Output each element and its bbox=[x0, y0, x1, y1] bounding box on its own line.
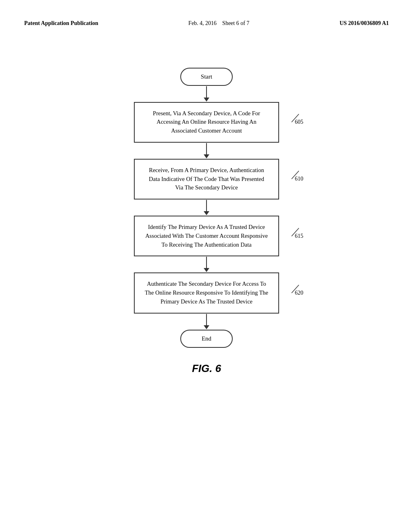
page-header: Patent Application Publication Feb. 4, 2… bbox=[0, 0, 413, 27]
arrow-1 bbox=[204, 86, 209, 102]
fig-label: FIG. 6 bbox=[192, 362, 221, 375]
arrow-3 bbox=[204, 200, 209, 216]
start-node: Start bbox=[180, 68, 233, 86]
flowchart-diagram: Start Present, Via A Secondary Device, A… bbox=[0, 68, 413, 375]
step-620-row: Authenticate The Secondary Device For Ac… bbox=[106, 272, 307, 313]
step-615-label: 615 bbox=[295, 233, 303, 239]
sheet-label: Sheet 6 of 7 bbox=[222, 20, 249, 26]
step-620-box: Authenticate The Secondary Device For Ac… bbox=[134, 272, 279, 313]
step-610-row: Receive, From A Primary Device, Authenti… bbox=[106, 159, 307, 200]
arrow-2 bbox=[204, 143, 209, 159]
end-node: End bbox=[180, 330, 233, 348]
step-605-row: Present, Via A Secondary Device, A Code … bbox=[106, 102, 307, 143]
step-610-label: 610 bbox=[295, 176, 303, 182]
step-615-text: Identify The Primary Device As A Trusted… bbox=[145, 224, 268, 248]
step-615-row: Identify The Primary Device As A Trusted… bbox=[106, 216, 307, 256]
date-label: Feb. 4, 2016 bbox=[188, 20, 217, 26]
publication-label: Patent Application Publication bbox=[24, 19, 98, 27]
step-610-box: Receive, From A Primary Device, Authenti… bbox=[134, 159, 279, 200]
step-605-box: Present, Via A Secondary Device, A Code … bbox=[134, 102, 279, 143]
step-615-box: Identify The Primary Device As A Trusted… bbox=[134, 216, 279, 256]
step-605-text: Present, Via A Secondary Device, A Code … bbox=[153, 110, 260, 134]
page: Patent Application Publication Feb. 4, 2… bbox=[0, 0, 413, 532]
step-620-label: 620 bbox=[295, 290, 303, 296]
step-610-text: Receive, From A Primary Device, Authenti… bbox=[149, 167, 264, 191]
step-620-text: Authenticate The Secondary Device For Ac… bbox=[145, 281, 268, 305]
date-sheet-label: Feb. 4, 2016 Sheet 6 of 7 bbox=[188, 19, 249, 27]
arrow-5 bbox=[204, 314, 209, 330]
step-605-label: 605 bbox=[295, 119, 303, 125]
arrow-4 bbox=[204, 256, 209, 272]
patent-number: US 2016/0036809 A1 bbox=[340, 19, 389, 27]
